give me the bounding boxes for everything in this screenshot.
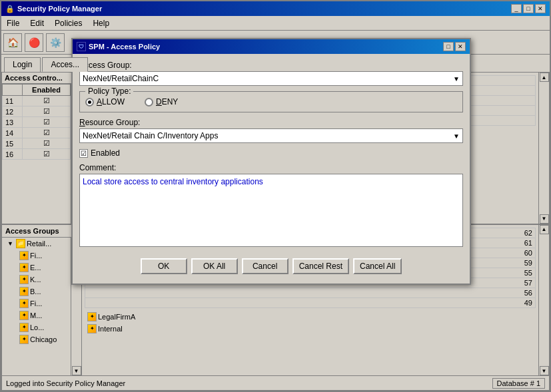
row-checkbox[interactable]: ☑ (23, 106, 71, 117)
tree-item-retail[interactable]: ▼ 📁 Retail... (5, 238, 71, 250)
tree-item[interactable]: ✦ Fi... (17, 250, 71, 262)
cancel-button[interactable]: Cancel (242, 258, 288, 274)
row-checkbox[interactable]: ☑ (23, 128, 71, 138)
enabled-checkbox[interactable]: ☑ (79, 149, 88, 158)
right-scrollbar-down[interactable]: ▼ (540, 214, 549, 224)
main-window: 🔒 Security Policy Manager _ □ ✕ File Edi… (0, 0, 551, 392)
cell-number: 56 (85, 288, 536, 297)
folder-icon: 📁 (16, 239, 25, 248)
dialog-title: SPM - Access Policy (89, 43, 160, 51)
radio-allow-label: ALLOW (97, 97, 125, 106)
toolbar-home-button[interactable]: 🏠 (3, 33, 22, 52)
dialog-body: Access Group: NexNet/RetailChainC ▼ Poli… (73, 54, 470, 284)
left-bottom-scrollbar-down[interactable]: ▼ (72, 366, 81, 375)
menu-file[interactable]: File (1, 17, 25, 29)
ok-all-button[interactable]: OK All (191, 258, 238, 274)
access-group-value: NexNet/RetailChainC (83, 74, 159, 83)
right-scrollbar-up[interactable]: ▲ (540, 73, 549, 82)
tree-item-legalfirma[interactable]: ✦ LegalFirmA (85, 311, 536, 323)
access-groups-header: Access Groups (2, 225, 81, 238)
access-group-dropdown[interactable]: NexNet/RetailChainC ▼ (79, 71, 463, 86)
menu-help[interactable]: Help (87, 17, 115, 29)
row-id: 16 (3, 149, 23, 160)
tree-item-label: K... (30, 276, 41, 284)
bottom-tree-area: ✦ LegalFirmA ✦ Internal (85, 308, 536, 337)
ok-button[interactable]: OK (141, 258, 187, 274)
title-bar: 🔒 Security Policy Manager _ □ ✕ (1, 1, 550, 16)
tree-item-label: B... (30, 288, 41, 295)
right-bottom-scrollbar-up[interactable]: ▲ (540, 225, 549, 234)
resource-group-value: NexNet/Retail Chain C/Inventory Apps (83, 131, 218, 140)
dialog-controls: □ ✕ (443, 42, 466, 51)
policy-type-label: Policy Type: (85, 87, 133, 96)
row-id: 13 (3, 117, 23, 128)
expand-icon: ▼ (7, 240, 13, 247)
row-id: 14 (3, 128, 23, 138)
tree-item-label: M... (30, 311, 42, 319)
dialog-title-text: 🛡 SPM - Access Policy (77, 42, 160, 51)
tree-item[interactable]: ✦ Fi... (17, 297, 71, 309)
comment-textarea[interactable]: Local store access to central inventory … (79, 174, 463, 247)
radio-deny-input[interactable] (145, 98, 153, 106)
col-enabled: Enabled (23, 85, 71, 96)
menu-policies[interactable]: Policies (49, 17, 87, 29)
row-id: 11 (3, 96, 23, 106)
group-icon: ✦ (19, 251, 29, 260)
right-bottom-scrollbar-down[interactable]: ▼ (540, 366, 549, 375)
status-right: Database # 1 (492, 378, 545, 389)
row-checkbox[interactable]: ☑ (23, 138, 71, 149)
access-policy-dialog: 🛡 SPM - Access Policy □ ✕ Access Group: … (71, 38, 471, 285)
title-icon: 🔒 (5, 5, 15, 13)
dropdown-arrow-icon: ▼ (453, 75, 460, 83)
minimize-button[interactable]: _ (511, 4, 522, 13)
group-icon: ✦ (19, 335, 29, 344)
row-checkbox[interactable]: ☑ (23, 149, 71, 160)
radio-allow-input[interactable] (85, 98, 94, 106)
tree-item-label: Fi... (30, 252, 42, 260)
radio-allow[interactable]: ALLOW (85, 97, 125, 106)
access-group-field: Access Group: NexNet/RetailChainC ▼ (79, 61, 463, 86)
group-icon: ✦ (19, 311, 29, 320)
dialog-close-button[interactable]: ✕ (455, 42, 466, 51)
row-checkbox[interactable]: ☑ (23, 96, 71, 106)
radio-deny-label: DENY (156, 97, 178, 106)
access-groups-tree: ▼ 📁 Retail... ✦ Fi... (2, 238, 71, 345)
resource-group-field: Resource Group: NexNet/Retail Chain C/In… (79, 118, 463, 143)
status-bar: Logged into Security Policy Manager Data… (2, 375, 549, 390)
restore-button[interactable]: □ (523, 4, 534, 13)
tree-children: ✦ Fi... ✦ E... ✦ K... (5, 250, 71, 345)
tree-item[interactable]: ✦ M... (17, 309, 71, 321)
tab-access[interactable]: Acces... (42, 57, 88, 72)
close-button[interactable]: ✕ (535, 4, 546, 13)
toolbar-settings-button[interactable]: ⚙️ (46, 33, 65, 52)
title-bar-text: 🔒 Security Policy Manager (5, 5, 102, 13)
row-id: 15 (3, 138, 23, 149)
tab-login[interactable]: Login (4, 57, 41, 72)
menu-bar: File Edit Policies Help (1, 16, 550, 31)
tree-item[interactable]: ✦ E... (17, 262, 71, 274)
tree-item[interactable]: ✦ K... (17, 274, 71, 286)
menu-edit[interactable]: Edit (25, 17, 49, 29)
cancel-rest-button[interactable]: Cancel Rest (292, 258, 349, 274)
table-row: 49 (85, 297, 536, 307)
resource-group-label: Resource Group: (79, 118, 463, 127)
group-icon: ✦ (19, 287, 29, 296)
dialog-title-bar: 🛡 SPM - Access Policy □ ✕ (73, 39, 470, 54)
cancel-all-button[interactable]: Cancel All (353, 258, 402, 274)
table-row: 14 ☑ (3, 128, 71, 138)
row-checkbox[interactable]: ☑ (23, 117, 71, 128)
dialog-restore-button[interactable]: □ (443, 42, 454, 51)
tree-item-chicago[interactable]: ✦ Chicago (17, 333, 71, 345)
table-row: 12 ☑ (3, 106, 71, 117)
tree-item-internal[interactable]: ✦ Internal (85, 323, 536, 335)
radio-deny[interactable]: DENY (145, 97, 178, 106)
tree-item[interactable]: ✦ Lo... (17, 321, 71, 333)
toolbar-stop-button[interactable]: 🔴 (25, 33, 43, 52)
tree-item[interactable]: ✦ B... (17, 286, 71, 297)
comment-label: Comment: (79, 163, 463, 172)
table-row: 15 ☑ (3, 138, 71, 149)
resource-group-dropdown[interactable]: NexNet/Retail Chain C/Inventory Apps ▼ (79, 128, 463, 143)
col-id (3, 85, 23, 96)
access-group-label: Access Group: (79, 61, 463, 70)
access-control-table: Enabled 11 ☑ 12 (2, 84, 71, 160)
